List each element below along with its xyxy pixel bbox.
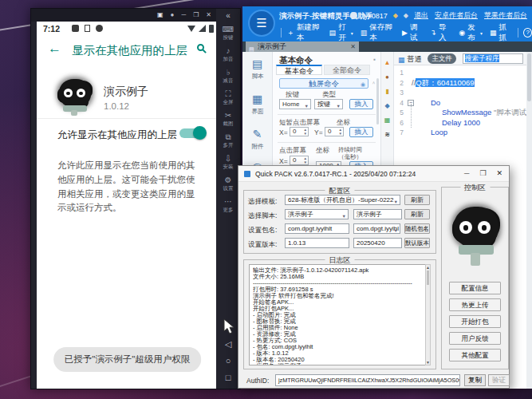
side-tool-icon[interactable]: ▦ bbox=[381, 117, 393, 124]
control-button[interactable]: 热更上传 bbox=[449, 298, 501, 311]
refresh-template-button[interactable]: 刷新 bbox=[404, 195, 430, 205]
android-home-button[interactable]: ○ bbox=[226, 356, 231, 365]
android-recents-button[interactable]: □ bbox=[226, 373, 231, 382]
template-select[interactable]: 628-标准版（开机自启）-Super-0222▼ bbox=[285, 195, 400, 205]
sidebar-tool-label: 全屏 bbox=[223, 99, 234, 105]
sidebar-tool[interactable]: ⚙ 设置 bbox=[216, 176, 240, 197]
sidebar-tool[interactable]: ⧉ 多开 bbox=[216, 132, 240, 154]
script-select[interactable]: 演示例子▼ bbox=[285, 209, 349, 219]
copy-button[interactable]: 复制 bbox=[464, 374, 486, 386]
help-button[interactable]: ? bbox=[523, 28, 532, 38]
panel-scrollbar[interactable] bbox=[376, 78, 379, 124]
dialog-minimize-icon[interactable]: ─ bbox=[464, 169, 469, 177]
new-script-button[interactable]: ＋ 新建脚本 bbox=[287, 22, 322, 43]
log-line: - 启动图片: 完成 bbox=[253, 312, 428, 318]
log-scrollbar[interactable]: ▲ ▼ bbox=[425, 264, 431, 365]
log-group: 日志区 输出文件: 演示例子-1.0.12-0420071142.apk文件大小… bbox=[243, 259, 436, 369]
rail-item-icon: ▤ bbox=[252, 58, 262, 70]
default-version-button[interactable]: 默认版本 bbox=[404, 238, 430, 248]
dialog-maximize-icon[interactable]: ❒ bbox=[479, 169, 486, 177]
tab-label: 演示例子 bbox=[258, 42, 286, 50]
insert-tap-short-button[interactable]: 插入 bbox=[349, 127, 373, 137]
scroll-up-icon[interactable]: ▲ bbox=[426, 265, 430, 270]
debug-button[interactable]: ▶ 调试 bbox=[402, 22, 423, 43]
template-label: 选择模板: bbox=[248, 197, 277, 207]
x-input[interactable]: 0▲▼ bbox=[290, 127, 309, 136]
version-name-input[interactable]: 20250420 bbox=[353, 238, 402, 248]
authid-value[interactable]: jzMTRGRUUwQjlFNDRFREIiLCAiZXhwaXJ5X2RhdG… bbox=[275, 374, 460, 386]
side-tool-icon[interactable]: ◆ bbox=[381, 102, 393, 109]
sidebar-tool[interactable]: ✂ 截图 bbox=[216, 111, 240, 132]
version-input[interactable]: 1.0.13 bbox=[285, 238, 349, 248]
emu-close-icon[interactable]: ✕ bbox=[206, 12, 211, 18]
sidebar-tool[interactable]: ⛶ 全屏 bbox=[216, 89, 240, 111]
import-button[interactable]: ↴ 导入 bbox=[430, 22, 451, 43]
insert-key-button[interactable]: 插入 bbox=[349, 99, 373, 109]
collapse-sidebar-icon[interactable]: « bbox=[216, 11, 240, 20]
side-tool-icon[interactable]: ▮ bbox=[381, 88, 393, 95]
android-back-button[interactable]: ◁ bbox=[225, 339, 231, 349]
rail-item-script[interactable]: ▤ 脚本 bbox=[242, 52, 272, 87]
view-mode-button[interactable]: ▦ 普通 bbox=[398, 54, 422, 65]
control-button[interactable]: 开始打包 bbox=[449, 315, 501, 328]
script-name-input[interactable]: 演示例子 bbox=[353, 209, 402, 219]
emu-app-icon[interactable]: ▣ bbox=[157, 12, 164, 18]
side-tool-icon[interactable]: ≋ bbox=[381, 131, 393, 138]
fullscreen-icon: ⛶ bbox=[226, 89, 231, 99]
search-icon[interactable] bbox=[197, 44, 204, 51]
dialog-close-icon[interactable]: ✕ bbox=[496, 169, 502, 177]
log-output[interactable]: 输出文件: 演示例子-1.0.12-0420071142.apk文件大小: 25… bbox=[249, 264, 430, 365]
app-name: 演示例子 bbox=[104, 85, 148, 99]
control-button[interactable]: 其他配置 bbox=[449, 349, 501, 361]
key-select[interactable]: Home▼ bbox=[279, 99, 311, 109]
package-name-input[interactable]: com.dpgt.iyylhlt bbox=[285, 223, 349, 234]
capture-button[interactable]: ▦ 抓抓 bbox=[490, 22, 512, 43]
overlay-toggle[interactable] bbox=[178, 126, 207, 140]
sidebar-tool[interactable]: ⋯ 更多 bbox=[216, 197, 240, 219]
scroll-down-icon[interactable]: ▼ bbox=[426, 360, 430, 365]
control-button[interactable]: 配置信息 bbox=[449, 282, 501, 294]
publish-button[interactable]: ◉ 发布 ▾ bbox=[459, 22, 483, 43]
tab-all-commands[interactable]: 全部命令 bbox=[324, 65, 370, 75]
sidebar-tool[interactable]: ⇩ 安装 bbox=[216, 154, 240, 176]
section-touch-commands[interactable]: 触屏命令 ◉ bbox=[279, 78, 368, 89]
sidebar-tool[interactable]: ♭ 减音 bbox=[216, 68, 240, 89]
emu-minimize-icon[interactable]: ─ bbox=[181, 12, 186, 18]
rail-item-ui[interactable]: ▦ 界面 bbox=[242, 87, 272, 122]
rail-item-attachment[interactable]: ✎ 附件 bbox=[242, 122, 272, 157]
control-button[interactable]: 用户反馈 bbox=[449, 332, 501, 345]
main-file-button[interactable]: 主文件 bbox=[428, 53, 456, 64]
refresh-script-button[interactable]: 刷新 bbox=[404, 209, 430, 219]
sidebar-tool[interactable]: ♪ 加音 bbox=[216, 46, 240, 68]
log-line: - 热更方式: COS bbox=[253, 338, 428, 344]
x-input[interactable]: 0▲▼ bbox=[290, 156, 309, 165]
side-tool-icon[interactable]: ▲ bbox=[381, 59, 393, 66]
titlebar-link[interactable]: 安卓作者后台 bbox=[435, 10, 478, 21]
open-button[interactable]: ▤ 打开 ▾ bbox=[329, 22, 353, 43]
emu-maximize-icon[interactable]: ❒ bbox=[193, 12, 199, 18]
sidebar-tool-label: 更多 bbox=[223, 207, 234, 212]
pin-icon[interactable]: ▪ bbox=[373, 56, 376, 63]
side-tool-icon[interactable]: ● bbox=[381, 73, 393, 81]
install-apk-icon: ⇩ bbox=[225, 154, 231, 164]
sidebar-tool-label: 加音 bbox=[223, 56, 234, 61]
tab-basic-commands[interactable]: 基本命令 bbox=[276, 65, 322, 75]
level-badge-icon: ◆ bbox=[404, 12, 408, 19]
collapse-section-icon[interactable]: ＾ bbox=[371, 80, 376, 88]
package-select[interactable]: com.dpgt.iyylhl▼ bbox=[353, 223, 400, 234]
editor-scrollbar[interactable] bbox=[526, 52, 532, 389]
random-package-button[interactable]: 随机包名 bbox=[404, 223, 430, 234]
sidebar-tool[interactable]: ⌨ 按键 bbox=[216, 25, 240, 46]
save-script-button[interactable]: ▥ 保存脚本 bbox=[361, 22, 395, 43]
back-arrow-icon[interactable]: ← bbox=[48, 41, 61, 57]
rail-item-label: 脚本 bbox=[251, 72, 263, 80]
titlebar-link[interactable]: 苹果作者后台 bbox=[484, 10, 527, 21]
type-select[interactable]: 按键▼ bbox=[314, 99, 343, 109]
subroutine-search-input[interactable]: 搜索子程序 bbox=[463, 53, 523, 64]
emu-float-ball-icon[interactable]: ● bbox=[171, 12, 175, 18]
tab-script[interactable]: ▤ 演示例子 ✕ bbox=[246, 41, 359, 52]
titlebar-link[interactable]: 退出 bbox=[414, 10, 428, 21]
toast-message: 已授予"演示例子"超级用户权限 bbox=[53, 347, 202, 372]
y-input[interactable]: 0▲▼ bbox=[325, 127, 344, 136]
tab-close-icon[interactable]: ✕ bbox=[350, 41, 356, 52]
